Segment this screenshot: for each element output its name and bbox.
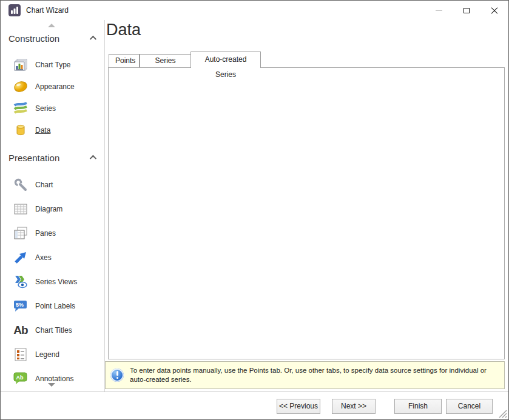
- section-header-presentation[interactable]: Presentation: [8, 152, 95, 164]
- sidebar-item-label: Legend: [35, 350, 59, 359]
- point-labels-icon: 5%: [12, 298, 30, 315]
- sidebar-item-point-labels[interactable]: 5% Point Labels: [12, 298, 75, 315]
- sidebar-item-label: Chart Titles: [35, 326, 72, 335]
- page-title: Data: [106, 21, 141, 39]
- svg-text:5%: 5%: [16, 302, 24, 308]
- title-bar: Chart Wizard: [1, 1, 508, 20]
- chevron-up-icon: [90, 155, 96, 162]
- sidebar-item-label: Diagram: [35, 205, 62, 213]
- chevron-up-icon: [90, 36, 96, 42]
- sidebar-item-chart[interactable]: Chart: [12, 176, 53, 193]
- sidebar-item-label: Series: [35, 104, 56, 113]
- footer-separator: [1, 392, 508, 392]
- finish-button[interactable]: Finish: [394, 399, 442, 414]
- section-header-construction[interactable]: Construction: [8, 32, 95, 44]
- annotations-icon: Ab: [12, 370, 30, 387]
- close-icon: [491, 7, 498, 15]
- chart-titles-icon: Ab: [12, 322, 30, 339]
- minimize-button[interactable]: [425, 1, 453, 20]
- resize-grip[interactable]: [499, 410, 507, 418]
- chart-type-icon: [12, 56, 30, 73]
- sidebar-item-panes[interactable]: Panes: [12, 225, 56, 242]
- scroll-down-icon[interactable]: [48, 383, 55, 387]
- sidebar-item-label: Data: [35, 126, 50, 135]
- svg-text:Ab: Ab: [16, 375, 24, 381]
- appearance-icon: [12, 78, 30, 95]
- series-views-icon: [12, 273, 30, 290]
- series-icon: [12, 100, 30, 117]
- legend-icon: [12, 346, 30, 363]
- sidebar-item-annotations[interactable]: Ab Annotations: [12, 370, 73, 387]
- sidebar-item-axes[interactable]: Axes: [12, 249, 52, 266]
- sidebar-item-label: Series Views: [35, 278, 77, 286]
- app-icon-glyph: [10, 6, 19, 15]
- tab-auto-created-series[interactable]: Auto-created Series: [190, 52, 261, 68]
- sidebar-separator: [104, 20, 105, 392]
- tab-series-binding[interactable]: Series Binding: [140, 54, 191, 68]
- sidebar-item-label: Point Labels: [35, 302, 75, 310]
- section-label: Presentation: [8, 153, 59, 163]
- cancel-button[interactable]: Cancel: [446, 399, 493, 414]
- wrench-icon: [12, 176, 30, 193]
- next-button[interactable]: Next >>: [332, 399, 376, 414]
- tab-points[interactable]: Points: [109, 54, 140, 68]
- tab-page-auto-created-series: [108, 67, 505, 359]
- sidebar-item-label: Appearance: [35, 82, 75, 91]
- scroll-up-icon[interactable]: [48, 24, 55, 27]
- sidebar-item-label: Chart Type: [35, 61, 70, 69]
- sidebar-item-label: Panes: [35, 229, 56, 238]
- sidebar-item-legend[interactable]: Legend: [12, 346, 59, 363]
- app-icon: [8, 4, 21, 16]
- sidebar-item-label: Annotations: [35, 375, 73, 383]
- info-bar: To enter data points manually, use the P…: [105, 361, 505, 389]
- sidebar-item-chart-type[interactable]: Chart Type: [12, 56, 70, 73]
- sidebar-item-series-views[interactable]: Series Views: [12, 273, 77, 290]
- minimize-icon: [436, 10, 442, 11]
- panes-icon: [12, 225, 30, 242]
- maximize-icon: [463, 8, 470, 13]
- window-title: Chart Wizard: [26, 1, 69, 20]
- chart-wizard-dialog: Chart Wizard Construction Chart Type: [0, 0, 509, 420]
- maximize-button[interactable]: [453, 1, 480, 20]
- data-icon: [12, 122, 30, 139]
- sidebar-item-diagram[interactable]: Diagram: [12, 201, 62, 218]
- close-button[interactable]: [480, 1, 508, 20]
- sidebar-item-chart-titles[interactable]: Ab Chart Titles: [12, 322, 72, 339]
- sidebar-item-appearance[interactable]: Appearance: [12, 78, 75, 95]
- sidebar-item-series[interactable]: Series: [12, 100, 56, 117]
- previous-button[interactable]: << Previous: [277, 399, 320, 414]
- diagram-grid-icon: [12, 201, 30, 218]
- sidebar-item-label: Chart: [35, 181, 53, 189]
- sidebar-item-data[interactable]: Data: [12, 122, 50, 139]
- section-label: Construction: [8, 33, 59, 44]
- info-icon: [110, 368, 124, 382]
- sidebar-item-label: Axes: [35, 253, 52, 262]
- info-text: To enter data points manually, use the P…: [130, 366, 500, 384]
- axes-arrow-icon: [12, 249, 30, 266]
